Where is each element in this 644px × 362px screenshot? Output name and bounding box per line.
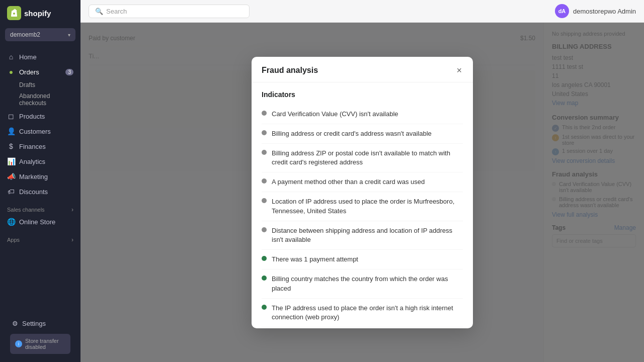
indicator-1: Billing address or credit card's address… xyxy=(262,124,463,144)
modal-title: Fraud analysis xyxy=(262,66,318,75)
sidebar-item-orders-label: Orders xyxy=(19,68,39,76)
indicator-dot-8 xyxy=(262,305,267,310)
customers-icon: 👤 xyxy=(7,127,15,135)
apps-label: Apps xyxy=(7,237,20,243)
marketing-icon: 📣 xyxy=(7,172,15,180)
main-area: 🔍 Search dA demostorepwo Admin Paid by c… xyxy=(80,0,644,362)
settings-label: Settings xyxy=(22,320,46,327)
search-placeholder: Search xyxy=(106,8,127,15)
sidebar-item-products-label: Products xyxy=(19,113,45,120)
sales-channels-expand-icon: › xyxy=(71,206,73,213)
sidebar-item-discounts-label: Discounts xyxy=(19,188,48,196)
store-caret-icon: ▾ xyxy=(68,32,70,38)
indicator-2: Billing address ZIP or postal code isn't… xyxy=(262,144,463,172)
modal-body: Indicators Card Verification Value (CVV)… xyxy=(252,82,473,328)
sidebar-logo: shopify xyxy=(0,0,80,26)
store-selector[interactable]: demoemb2 ▾ xyxy=(5,28,75,41)
user-info: dA demostorepwo Admin xyxy=(555,4,636,18)
sidebar-item-products[interactable]: ◻ Products xyxy=(0,109,80,124)
indicator-dot-4 xyxy=(262,198,267,203)
home-icon: ⌂ xyxy=(7,53,15,61)
main-nav: ⌂ Home ● Orders 3 Drafts Abandoned check… xyxy=(0,49,80,199)
analytics-icon: 📊 xyxy=(7,157,15,165)
search-box[interactable]: 🔍 Search xyxy=(89,5,250,18)
indicator-text-3: A payment method other than a credit car… xyxy=(272,177,425,187)
shopify-logo: shopify xyxy=(7,6,51,20)
indicator-dot-1 xyxy=(262,130,267,135)
indicator-text-2: Billing address ZIP or postal code isn't… xyxy=(272,149,463,167)
indicator-text-5: Distance between shipping address and lo… xyxy=(272,226,463,244)
indicator-dot-7 xyxy=(262,276,267,281)
sidebar-footer: ⚙ Settings i Store transfer disabled xyxy=(0,311,80,362)
sales-channels-header: Sales channels › xyxy=(0,203,80,214)
sidebar-item-abandoned[interactable]: Abandoned checkouts xyxy=(19,90,80,109)
sidebar-item-customers-label: Customers xyxy=(19,128,51,135)
discounts-icon: 🏷 xyxy=(7,188,15,196)
sidebar-item-abandoned-label: Abandoned checkouts xyxy=(19,93,73,107)
modal-close-button[interactable]: × xyxy=(455,65,463,76)
indicator-8: The IP address used to place the order i… xyxy=(262,299,463,327)
sales-channels-section: Sales channels › 🌐 Online Store xyxy=(0,203,80,229)
user-name: demostorepwo Admin xyxy=(573,8,636,15)
indicator-text-0: Card Verification Value (CVV) isn't avai… xyxy=(272,110,398,119)
indicator-7: Billing country matches the country from… xyxy=(262,269,463,298)
sidebar-item-marketing-label: Marketing xyxy=(19,173,48,180)
sidebar-item-drafts-label: Drafts xyxy=(19,81,35,88)
sidebar-item-settings[interactable]: ⚙ Settings xyxy=(5,316,75,331)
sidebar-item-drafts[interactable]: Drafts xyxy=(19,79,80,90)
apps-section: Apps › xyxy=(0,233,80,244)
modal-overlay: Fraud analysis × Indicators Card Verific… xyxy=(80,23,644,362)
content-area: Paid by customer $1.50 Ti... dA No shipp… xyxy=(80,23,644,362)
orders-badge: 3 xyxy=(65,69,73,75)
indicators-heading: Indicators xyxy=(262,90,463,99)
indicator-dot-6 xyxy=(262,256,267,261)
orders-icon: ● xyxy=(7,68,15,76)
indicator-text-6: There was 1 payment attempt xyxy=(272,255,358,264)
indicator-dot-3 xyxy=(262,178,267,184)
sidebar: shopify demoemb2 ▾ ⌂ Home ● Orders 3 Dra… xyxy=(0,0,80,362)
search-icon: 🔍 xyxy=(95,8,103,15)
modal-header: Fraud analysis × xyxy=(252,57,473,82)
sidebar-item-customers[interactable]: 👤 Customers xyxy=(0,124,80,139)
finances-icon: $ xyxy=(7,142,15,150)
fraud-analysis-modal: Fraud analysis × Indicators Card Verific… xyxy=(252,57,473,328)
sidebar-item-orders[interactable]: ● Orders 3 xyxy=(0,64,80,79)
indicator-dot-5 xyxy=(262,227,267,232)
sales-channels-label: Sales channels xyxy=(7,207,45,213)
sidebar-item-home-label: Home xyxy=(19,53,37,61)
products-icon: ◻ xyxy=(7,112,15,120)
apps-expand-icon: › xyxy=(71,236,73,243)
sidebar-item-online-store[interactable]: 🌐 Online Store xyxy=(0,214,80,229)
indicator-3: A payment method other than a credit car… xyxy=(262,172,463,192)
store-transfer-label: Store transfer disabled xyxy=(25,338,65,350)
sidebar-item-finances-label: Finances xyxy=(19,143,46,150)
user-avatar: dA xyxy=(555,4,569,18)
indicator-6: There was 1 payment attempt xyxy=(262,250,463,269)
info-icon: i xyxy=(15,340,22,347)
indicator-5: Distance between shipping address and lo… xyxy=(262,221,463,250)
sidebar-item-analytics-label: Analytics xyxy=(19,158,45,165)
indicator-text-4: Location of IP address used to place the… xyxy=(272,197,463,215)
sidebar-item-finances[interactable]: $ Finances xyxy=(0,139,80,154)
indicator-dot-0 xyxy=(262,111,267,116)
shopify-wordmark: shopify xyxy=(24,9,51,18)
sidebar-item-home[interactable]: ⌂ Home xyxy=(0,49,80,64)
store-transfer-notice: i Store transfer disabled xyxy=(10,334,70,354)
online-store-icon: 🌐 xyxy=(7,218,15,226)
settings-icon: ⚙ xyxy=(12,320,18,327)
indicator-text-1: Billing address or credit card's address… xyxy=(272,129,432,138)
sidebar-item-marketing[interactable]: 📣 Marketing xyxy=(0,169,80,184)
topbar: 🔍 Search dA demostorepwo Admin xyxy=(80,0,644,23)
indicator-4: Location of IP address used to place the… xyxy=(262,192,463,221)
indicator-text-8: The IP address used to place the order i… xyxy=(272,304,463,322)
orders-sub-nav: Drafts Abandoned checkouts xyxy=(0,79,80,109)
store-name: demoemb2 xyxy=(10,31,40,38)
indicator-0: Card Verification Value (CVV) isn't avai… xyxy=(262,105,463,124)
sidebar-item-analytics[interactable]: 📊 Analytics xyxy=(0,154,80,169)
indicator-text-7: Billing country matches the country from… xyxy=(272,275,463,293)
apps-header: Apps › xyxy=(0,233,80,244)
shopify-bag-icon xyxy=(7,6,21,20)
online-store-label: Online Store xyxy=(19,218,55,226)
indicator-dot-2 xyxy=(262,150,267,155)
sidebar-item-discounts[interactable]: 🏷 Discounts xyxy=(0,184,80,199)
